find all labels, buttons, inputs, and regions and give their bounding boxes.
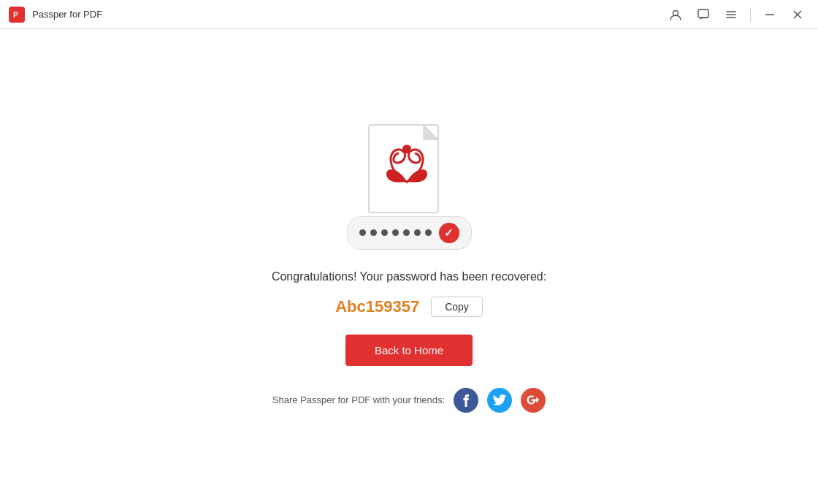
dot-1 — [359, 229, 366, 236]
app-title: Passper for PDF — [32, 9, 664, 20]
googleplus-share-button[interactable] — [521, 388, 546, 413]
pdf-file-icon — [362, 121, 456, 224]
dot-2 — [370, 229, 377, 236]
account-button[interactable] — [664, 3, 687, 26]
main-content: ✓ Congratulations! Your password has bee… — [0, 29, 818, 504]
dot-4 — [392, 229, 399, 236]
dot-7 — [425, 229, 432, 236]
password-row: Abc159357 Copy — [335, 297, 483, 317]
svg-text:P: P — [13, 11, 18, 19]
twitter-share-button[interactable] — [487, 388, 512, 413]
share-text: Share Passper for PDF with your friends: — [272, 394, 445, 405]
separator — [750, 7, 751, 22]
minimize-button[interactable] — [758, 3, 781, 26]
success-check: ✓ — [439, 223, 459, 243]
title-bar-controls — [664, 3, 809, 26]
recovered-password: Abc159357 — [335, 297, 419, 316]
back-home-button[interactable]: Back to Home — [345, 335, 473, 366]
app-logo: P — [9, 7, 25, 23]
copy-button[interactable]: Copy — [431, 297, 483, 317]
congrats-message: Congratulations! Your password has been … — [272, 270, 546, 283]
menu-button[interactable] — [719, 3, 743, 26]
pdf-illustration: ✓ — [347, 121, 472, 250]
svg-point-10 — [402, 145, 411, 153]
dot-3 — [381, 229, 388, 236]
dot-5 — [403, 229, 410, 236]
close-button[interactable] — [786, 3, 809, 26]
facebook-share-button[interactable] — [454, 388, 478, 413]
share-row: Share Passper for PDF with your friends: — [272, 388, 546, 413]
dot-6 — [414, 229, 421, 236]
title-bar: P Passper for PDF — [0, 0, 818, 29]
password-dots — [359, 229, 432, 236]
chat-button[interactable] — [692, 3, 715, 26]
svg-rect-2 — [698, 9, 708, 18]
